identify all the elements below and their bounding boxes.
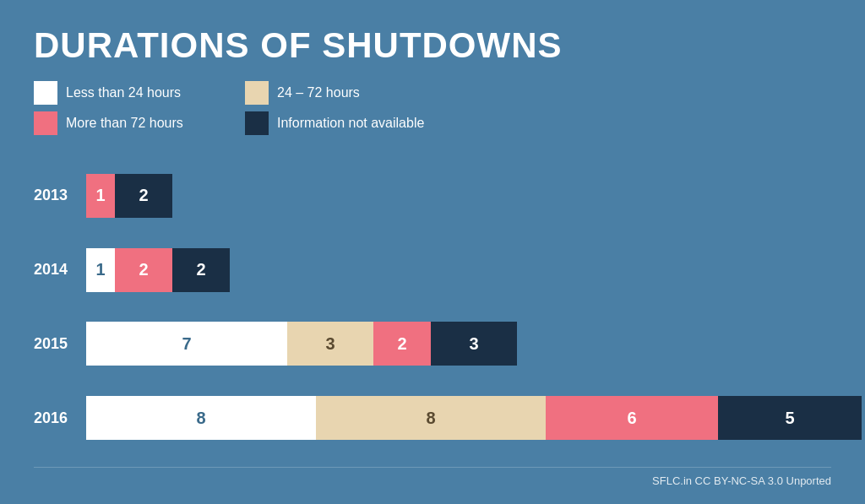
- legend-item-less-24: Less than 24 hours: [34, 81, 220, 105]
- segment-2013-dark: 2: [115, 174, 172, 218]
- year-label-2013: 2013: [34, 187, 76, 204]
- legend-swatch-24-72: [245, 81, 269, 105]
- legend-label-less-24: Less than 24 hours: [66, 85, 181, 100]
- chart-row-2016: 20168865: [34, 396, 831, 440]
- chart-row-2015: 20157323: [34, 322, 831, 366]
- legend-row-1: Less than 24 hours 24 – 72 hours: [34, 81, 831, 105]
- chart-row-2014: 2014122: [34, 248, 831, 292]
- segment-2015-pink: 2: [373, 322, 431, 366]
- segment-2016-pink: 6: [546, 396, 718, 440]
- legend-swatch-less-24: [34, 81, 57, 105]
- main-container: DURATIONS OF SHUTDOWNS Less than 24 hour…: [0, 0, 865, 504]
- chart-area: 20131220141222015732320168865: [34, 159, 831, 463]
- segment-2014-white: 1: [86, 248, 115, 292]
- chart-row-2013: 201312: [34, 174, 831, 218]
- segment-2015-white: 7: [86, 322, 287, 366]
- legend-swatch-more-72: [34, 111, 57, 135]
- footer-credit: SFLC.in CC BY-NC-SA 3.0 Unported: [34, 467, 831, 487]
- year-label-2016: 2016: [34, 409, 76, 427]
- segment-2016-tan: 8: [316, 396, 546, 440]
- segment-2016-dark: 5: [718, 396, 862, 440]
- chart-title: DURATIONS OF SHUTDOWNS: [34, 25, 831, 66]
- segment-2015-dark: 3: [431, 322, 517, 366]
- segment-2013-pink: 1: [86, 174, 115, 218]
- segment-2015-tan: 3: [287, 322, 373, 366]
- legend-row-2: More than 72 hours Information not avail…: [34, 111, 831, 135]
- year-label-2014: 2014: [34, 261, 76, 279]
- bar-2016: 8865: [86, 396, 862, 440]
- legend-item-unavail: Information not available: [245, 111, 431, 135]
- bar-2014: 122: [86, 248, 230, 292]
- bar-2013: 12: [86, 174, 172, 218]
- legend: Less than 24 hours 24 – 72 hours More th…: [34, 81, 831, 135]
- segment-2016-white: 8: [86, 396, 316, 440]
- legend-item-24-72: 24 – 72 hours: [245, 81, 431, 105]
- legend-label-24-72: 24 – 72 hours: [277, 85, 360, 100]
- legend-swatch-unavail: [245, 111, 269, 135]
- legend-label-more-72: More than 72 hours: [66, 116, 183, 131]
- segment-2014-pink: 2: [115, 248, 172, 292]
- year-label-2015: 2015: [34, 335, 76, 353]
- legend-label-unavail: Information not available: [277, 116, 424, 131]
- legend-item-more-72: More than 72 hours: [34, 111, 220, 135]
- segment-2014-dark: 2: [172, 248, 230, 292]
- bar-2015: 7323: [86, 322, 517, 366]
